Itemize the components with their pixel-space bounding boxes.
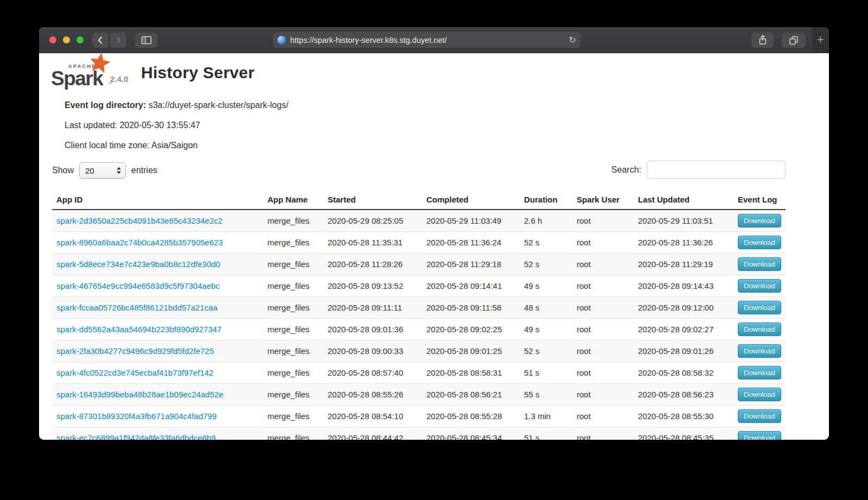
- new-tab-button[interactable]: +: [812, 27, 829, 53]
- completed-cell: 2020-05-28 09:02:25: [422, 319, 520, 340]
- completed-cell: 2020-05-28 08:55:28: [422, 406, 520, 427]
- applications-table: App ID App Name Started Completed Durati…: [52, 190, 786, 440]
- spark-user-cell: root: [572, 275, 634, 297]
- download-button[interactable]: Download: [738, 366, 781, 379]
- browser-window: https://spark-history-server.k8s.stg.duy…: [39, 27, 829, 440]
- download-button[interactable]: Download: [738, 214, 781, 227]
- duration-cell: 2.6 h: [520, 210, 572, 232]
- app-name-cell: merge_files: [263, 297, 323, 319]
- spark-user-cell: root: [572, 254, 634, 275]
- spark-logo: APACHE Spark ™: [51, 58, 122, 89]
- column-header-spark-user[interactable]: Spark User: [572, 190, 634, 210]
- app-table-body: spark-2d3650a225cb4091b43e65c43234e2c2 m…: [52, 210, 786, 440]
- address-bar[interactable]: https://spark-history-server.k8s.stg.duy…: [273, 32, 580, 48]
- search-input[interactable]: [647, 161, 786, 179]
- close-window-button[interactable]: [49, 36, 56, 43]
- app-id-link[interactable]: spark-2fa30b4277c9496c9d929fd5fd2fe725: [56, 346, 214, 356]
- url-text: https://spark-history-server.k8s.stg.duy…: [290, 36, 447, 45]
- maximize-window-button[interactable]: [76, 36, 84, 43]
- app-id-link[interactable]: spark-467654e9cc994e6583d9c5f97304aebc: [56, 281, 220, 290]
- column-header-duration[interactable]: Duration: [520, 190, 572, 210]
- spark-user-cell: root: [572, 340, 634, 362]
- last-updated-cell: 2020-05-28 11:36:26: [634, 232, 733, 254]
- sidebar-toggle-button[interactable]: [135, 33, 157, 48]
- column-header-last-updated[interactable]: Last Updated: [634, 190, 733, 210]
- app-name-cell: merge_files: [263, 406, 323, 427]
- reload-icon[interactable]: ↻: [569, 35, 576, 45]
- app-id-link[interactable]: spark-16493d99beba48b28ae1b09ec24ad52e: [56, 390, 224, 399]
- traffic-lights: [49, 36, 84, 43]
- app-id-link[interactable]: spark-4fc0522cd3e745ecbaf41b73f97ef142: [56, 368, 213, 377]
- last-updated-cell: 2020-05-28 08:45:35: [634, 427, 733, 440]
- table-row: spark-5d8ece734e7c423e9ba0b8c12dfe30d0 m…: [52, 254, 786, 275]
- app-name-cell: merge_files: [263, 275, 323, 297]
- table-header-row: App ID App Name Started Completed Durati…: [52, 190, 786, 210]
- download-button[interactable]: Download: [738, 301, 781, 314]
- completed-cell: 2020-05-28 11:29:18: [422, 254, 520, 275]
- app-name-cell: merge_files: [263, 427, 323, 440]
- duration-cell: 52 s: [520, 254, 572, 275]
- last-updated-cell: 2020-05-28 09:14:43: [634, 275, 733, 297]
- duration-cell: 51 s: [520, 362, 572, 384]
- download-button[interactable]: Download: [738, 409, 781, 423]
- last-updated-cell: 2020-05-28 08:55:30: [634, 406, 733, 427]
- spark-user-cell: root: [572, 406, 634, 427]
- duration-cell: 49 s: [520, 319, 572, 340]
- download-button[interactable]: Download: [738, 279, 781, 293]
- duration-cell: 51 s: [520, 427, 572, 440]
- last-updated-line: Last updated: 2020-05-30 13:55:47: [65, 121, 200, 130]
- search-control: Search:: [611, 161, 786, 179]
- column-header-started[interactable]: Started: [323, 190, 422, 210]
- spark-version: 2.4.0: [110, 74, 128, 84]
- app-name-cell: merge_files: [263, 384, 323, 406]
- tab-overview-button[interactable]: [782, 33, 806, 48]
- app-id-link[interactable]: spark-8960a6baa2c74b0ca4285b357905e623: [56, 238, 223, 247]
- download-button[interactable]: Download: [738, 257, 781, 271]
- forward-button[interactable]: [110, 33, 126, 48]
- completed-cell: 2020-05-28 09:01:25: [422, 340, 520, 362]
- started-cell: 2020-05-29 08:25:05: [323, 210, 422, 232]
- download-button[interactable]: Download: [738, 322, 781, 336]
- table-row: spark-fccaa05726bc485f86121bdd57a21caa m…: [52, 297, 786, 319]
- spark-user-cell: root: [572, 362, 634, 384]
- back-button[interactable]: [92, 33, 108, 48]
- spark-user-cell: root: [572, 210, 634, 232]
- download-button[interactable]: Download: [738, 388, 781, 401]
- app-id-link[interactable]: spark-2d3650a225cb4091b43e65c43234e2c2: [56, 216, 222, 225]
- app-id-link[interactable]: spark-dd5562a43aa54694b223bf890d927347: [56, 325, 221, 334]
- last-updated-cell: 2020-05-28 09:12:00: [634, 297, 733, 319]
- spark-user-cell: root: [572, 232, 634, 254]
- column-header-app-id[interactable]: App ID: [52, 190, 263, 210]
- started-cell: 2020-05-28 09:01:36: [323, 319, 422, 340]
- spark-user-cell: root: [572, 319, 634, 340]
- app-name-cell: merge_files: [263, 319, 323, 340]
- table-row: spark-2d3650a225cb4091b43e65c43234e2c2 m…: [52, 210, 786, 232]
- column-header-completed[interactable]: Completed: [422, 190, 520, 210]
- column-header-event-log[interactable]: Event Log: [733, 190, 786, 210]
- table-row: spark-467654e9cc994e6583d9c5f97304aebc m…: [52, 275, 786, 297]
- app-name-cell: merge_files: [263, 340, 323, 362]
- started-cell: 2020-05-28 11:28:26: [323, 254, 422, 275]
- download-button[interactable]: Download: [738, 236, 781, 249]
- page-content: APACHE Spark ™ 2.4.0 History Server Even…: [39, 53, 829, 440]
- started-cell: 2020-05-28 08:54:10: [323, 406, 422, 427]
- share-icon: [757, 34, 768, 46]
- column-header-app-name[interactable]: App Name: [263, 190, 323, 210]
- app-id-link[interactable]: spark-5d8ece734e7c423e9ba0b8c12dfe30d0: [56, 260, 220, 269]
- table-row: spark-8960a6baa2c74b0ca4285b357905e623 m…: [52, 232, 786, 254]
- last-updated-cell: 2020-05-28 08:56:23: [634, 384, 733, 406]
- download-button[interactable]: Download: [738, 344, 781, 358]
- event-log-directory-value: s3a://duyet-spark-cluster/spark-logs/: [149, 100, 289, 110]
- tabs-icon: [788, 35, 800, 46]
- entries-select[interactable]: 20: [79, 162, 126, 179]
- duration-cell: 52 s: [520, 340, 572, 362]
- spark-user-cell: root: [572, 427, 634, 440]
- app-id-link[interactable]: spark-ec7c6899a1f942da8fe33fa6dbdce8b9: [56, 433, 216, 440]
- app-id-link[interactable]: spark-fccaa05726bc485f86121bdd57a21caa: [56, 303, 218, 312]
- share-button[interactable]: [751, 33, 774, 48]
- minimize-window-button[interactable]: [63, 36, 70, 43]
- app-id-link[interactable]: spark-87301b89320f4a3fb671a904c4fad799: [56, 412, 216, 421]
- app-name-cell: merge_files: [263, 232, 323, 254]
- event-log-directory: Event log directory: s3a://duyet-spark-c…: [65, 100, 289, 110]
- download-button[interactable]: Download: [738, 431, 781, 440]
